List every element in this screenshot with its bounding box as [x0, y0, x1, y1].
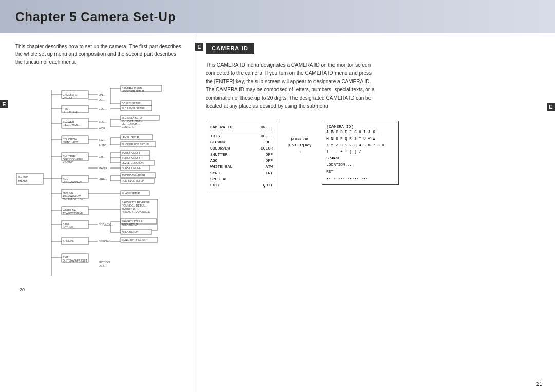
svg-text:PRIVACY...: PRIVACY...	[99, 223, 113, 226]
e-badge-right: E	[195, 43, 203, 51]
svg-text:AREA SETUP: AREA SETUP	[122, 223, 138, 226]
screen-row-blcwdr: BLCWDR OFF	[210, 139, 273, 145]
camera-id-header: CAMERA ID	[206, 43, 254, 54]
svg-text:CENTER...: CENTER...	[122, 125, 135, 128]
svg-text:MANU...: MANU...	[99, 166, 109, 170]
colorbw-value: COLOR	[261, 145, 273, 152]
screen-row-special: SPECIAL	[210, 176, 273, 182]
svg-text:ATW/AW/CMANE...: ATW/AW/CMANE...	[63, 212, 85, 215]
char-row-7: RET	[326, 169, 394, 175]
exit-value: QUIT	[263, 182, 273, 189]
screen-row-sync: SYNC INT	[210, 170, 273, 176]
arrow-right: →	[298, 150, 302, 154]
svg-text:PRIVACY... LANGUAGE: PRIVACY... LANGUAGE	[122, 210, 150, 213]
svg-text:SPECIAL: SPECIAL	[63, 239, 74, 242]
whitebal-value: ATW	[266, 164, 273, 170]
char-row-3: X Y Z 0 1 2 3 4 5 6 7 8 9	[326, 142, 394, 149]
svg-text:FLICKERLESS SETUP: FLICKERLESS SETUP	[122, 143, 149, 146]
special-label: SPECIAL	[210, 176, 228, 182]
svg-text:DC...: DC...	[99, 98, 105, 101]
svg-text:LEVEL DURATION: LEVEL DURATION	[122, 161, 144, 164]
svg-text:RED-BLUE SETUP: RED-BLUE SETUP	[122, 179, 144, 182]
e-badge-left: E	[0, 100, 8, 108]
screen-1: CAMERA ID ON... IRIS DC... BLCWDR OFF CO…	[206, 121, 278, 192]
screen-row-header: CAMERA ID ON...	[210, 124, 273, 130]
svg-text:PHASE SETUP: PHASE SETUP	[122, 192, 140, 195]
blcwdr-value: OFF	[266, 139, 273, 145]
page-header: Chapter 5 Camera Set-Up	[0, 0, 555, 33]
svg-text:NORM/FAST/FAST: NORM/FAST/FAST	[63, 197, 85, 200]
svg-text:20: 20	[20, 287, 25, 292]
menu-diagram: SETUP MENU CAMERA ID ON.../OFF ON... DC.…	[15, 73, 190, 294]
svg-text:LEVEL SETUP: LEVEL SETUP	[122, 136, 139, 139]
svg-text:DET...: DET...	[99, 264, 106, 267]
screen-col2-header: ON...	[261, 124, 273, 130]
page-number-right: 21	[536, 381, 542, 387]
screen-row-agc: AGC OFF	[210, 158, 273, 164]
iris-label: IRIS	[210, 133, 220, 139]
svg-text:LOCATION SETUP: LOCATION SETUP	[122, 90, 144, 93]
svg-text:MENU: MENU	[18, 179, 27, 182]
svg-text:BURST ON/OFF: BURST ON/OFF	[122, 166, 141, 170]
desc-line-1: This CAMERA ID menu designates a CAMERA …	[206, 62, 374, 109]
chapter-title: Chapter 5 Camera Set-Up	[15, 10, 176, 24]
whitebal-label: WHITE BAL	[210, 164, 232, 170]
screen-col1-header: CAMERA ID	[210, 124, 232, 130]
svg-text:LINE...: LINE...	[99, 177, 107, 180]
press-label: press the	[291, 136, 308, 141]
svg-text:ON.../OFF: ON.../OFF	[63, 96, 75, 99]
svg-text:DC IRIS SETUP: DC IRIS SETUP	[122, 102, 141, 105]
agc-label: AGC	[210, 158, 217, 164]
svg-text:/REC.../WDR...: /REC.../WDR...	[63, 123, 80, 126]
svg-text:AUTO...: AUTO...	[99, 144, 109, 147]
svg-text:BURST ON/OFF: BURST ON/OFF	[122, 156, 141, 159]
left-panel: E This chapter describes how to set up t…	[0, 33, 195, 392]
svg-text:1300K/5600K/USER: 1300K/5600K/USER	[122, 174, 145, 177]
sync-label: SYNC	[210, 170, 220, 176]
svg-text:X2~X100: X2~X100	[63, 161, 73, 164]
shutter-value: OFF	[266, 152, 273, 158]
right-panel: E CAMERA ID This CAMERA ID menu designat…	[195, 33, 555, 392]
svg-text:ON...: ON...	[99, 93, 105, 96]
svg-text:DC.../VID/ELC: DC.../VID/ELC	[63, 110, 80, 114]
svg-text:ELC LEVEL SETUP: ELC LEVEL SETUP	[122, 107, 145, 110]
press-enter-area: press the [ENTER] key →	[288, 121, 311, 154]
enter-label: [ENTER] key	[288, 143, 311, 147]
sync-value: INT	[266, 170, 273, 176]
char-row-1: A B C D E F G H I J K L	[326, 129, 394, 136]
screen-row-iris: IRIS DC...	[210, 133, 273, 139]
svg-text:AREA SETUP: AREA SETUP	[122, 230, 138, 233]
svg-text:INT/LINE...: INT/LINE...	[63, 226, 76, 229]
screen-row-shutter: SHUTTER OFF	[210, 152, 273, 158]
screen2-title: (CAMERA ID)	[326, 124, 394, 129]
exit-label: EXIT	[210, 182, 220, 189]
e-badge-rp: E	[547, 103, 555, 111]
char-row-dots: ...................	[326, 175, 394, 181]
svg-text:ELC...: ELC...	[99, 107, 107, 110]
screen2-chars: A B C D E F G H I J K L M N O P Q R S T …	[326, 129, 394, 181]
intro-text: This chapter describes how to set up the…	[15, 43, 184, 66]
svg-text:BLC...: BLC...	[99, 120, 107, 123]
char-row-6: LOCATION...	[326, 162, 394, 169]
svg-text:BURST ON/OFF: BURST ON/OFF	[122, 151, 141, 154]
svg-text:MOTION: MOTION	[99, 260, 110, 264]
shutter-label: SHUTTER	[210, 152, 228, 158]
page-content: E This chapter describes how to set up t…	[0, 33, 555, 392]
char-row-2: M N O P Q R S T U V W	[326, 136, 394, 142]
screens-area: CAMERA ID ON... IRIS DC... BLCWDR OFF CO…	[206, 121, 542, 192]
svg-text:WDR...: WDR...	[99, 127, 108, 130]
svg-text:Ext...: Ext...	[99, 155, 105, 158]
svg-text:OFF/LOW/HIGH: OFF/LOW/HIGH	[63, 180, 82, 183]
colorbw-label: COLOR/BW	[210, 145, 230, 152]
screen-row-whitebal: WHITE BAL ATW	[210, 164, 273, 170]
agc-value: OFF	[266, 158, 273, 164]
char-row-5: SP◄►SP	[326, 155, 394, 162]
svg-text:SENSITIVITY SETUP: SENSITIVITY SETUP	[122, 238, 147, 241]
blcwdr-label: BLCWDR	[210, 139, 225, 145]
iris-value: DC...	[261, 133, 273, 139]
screen-row-exit: EXIT QUIT	[210, 182, 273, 189]
svg-text:/AUTO.../EXT...: /AUTO.../EXT...	[63, 141, 80, 144]
svg-text:QUIT/SAVE/PRESET: QUIT/SAVE/PRESET	[63, 259, 87, 262]
svg-text:SETUP: SETUP	[18, 175, 28, 178]
right-description: This CAMERA ID menu designates a CAMERA …	[206, 61, 542, 110]
